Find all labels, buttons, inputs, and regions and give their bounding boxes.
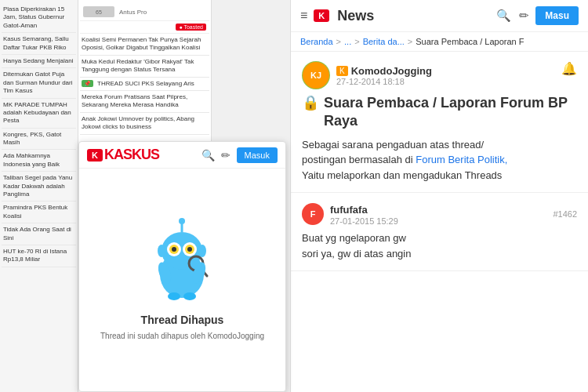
mascot-area: Thread Dihapus Thread ini sudah dihapus … <box>100 218 264 342</box>
original-post: KJ K KomodoJogging 27-12-2014 18:18 🔔 🔒 <box>291 52 588 193</box>
list-item[interactable]: Kongres, PKS, Gatot Masih <box>2 129 76 151</box>
right-panel: ≡ K News 🔍 ✏ Masu Beranda > ... > Berita… <box>290 0 588 392</box>
left-column-1: Plasa Diperkirakan 15 Jam, Status Gubern… <box>0 0 78 392</box>
breadcrumb: Beranda > ... > Berita da... > Suara Pem… <box>291 32 588 52</box>
breadcrumb-dots[interactable]: ... <box>344 37 351 46</box>
list-item[interactable]: MK PARADE TUMPAH adalah Kebudayaan dan P… <box>2 99 76 129</box>
reply-username[interactable]: fufufafa <box>330 204 368 216</box>
svg-point-13 <box>198 245 206 257</box>
post-header: KJ K KomodoJogging 27-12-2014 18:18 🔔 <box>302 61 577 89</box>
overlay-content: Thread Dihapus Thread ini sudah dihapus … <box>79 169 285 391</box>
list-item[interactable]: Tidak Ada Orang Saat di Sini <box>2 223 76 245</box>
breadcrumb-berita[interactable]: Berita da... <box>363 37 405 46</box>
masuk-button[interactable]: Masuk <box>237 147 278 163</box>
reply-user-info: F fufufafa 27-01-2015 15:29 <box>302 202 398 226</box>
user-k-badge: K <box>336 66 348 76</box>
reply-post: F fufufafa 27-01-2015 15:29 #1462 Buat y… <box>291 193 588 271</box>
thread-title: 🔒 Suara Pembaca / Laporan Forum BP Raya <box>302 94 577 131</box>
right-header: ≡ K News 🔍 ✏ Masu <box>291 0 588 32</box>
post-date: 27-12-2014 18:18 <box>336 77 432 86</box>
reply-body: Buat yg ngelaporan gwsori ya, gw di atas… <box>302 230 577 261</box>
svg-point-6 <box>172 247 176 252</box>
bell-icon[interactable]: 🔔 <box>561 61 577 76</box>
thread-content: KJ K KomodoJogging 27-12-2014 18:18 🔔 🔒 <box>291 52 588 392</box>
breadcrumb-current: Suara Pembaca / Laporan F <box>416 37 524 46</box>
username[interactable]: KomodoJogging <box>351 65 432 77</box>
search-icon[interactable]: 🔍 <box>496 9 511 23</box>
list-item[interactable]: Ada Mahkamnya Indonesia yang Baik <box>2 150 76 172</box>
mascot-image <box>143 218 221 304</box>
list-item[interactable]: Koalisi Semi Permanen Tak Punya Sejarah … <box>80 34 209 56</box>
svg-point-16 <box>168 292 180 300</box>
overlay-icons: 🔍 ✏ Masuk <box>201 147 278 163</box>
search-icon[interactable]: 🔍 <box>201 149 215 162</box>
list-item[interactable]: Anak Jokowi Umnover by politics, Abang J… <box>80 113 209 135</box>
list-item[interactable]: Mereka Forum Pratisans Saat Pilpres, Sek… <box>80 91 209 113</box>
list-item[interactable]: Plasa Diperkirakan 15 Jam, Status Gubern… <box>2 3 76 33</box>
list-item[interactable]: Ditemukan Gatot Puja dan Surman Mundur d… <box>2 68 76 98</box>
list-item[interactable]: Kasus Semarang, Sallu Daftar Tukar PKB R… <box>2 33 76 55</box>
svg-point-17 <box>183 292 196 300</box>
list-item[interactable]: HUT ke-70 RI di Istana Rp13,8 Miliar <box>2 245 76 267</box>
reply-header: F fufufafa 27-01-2015 15:29 #1462 <box>302 202 577 226</box>
overlay-title: Thread Dihapus <box>141 314 224 326</box>
header-icons: 🔍 ✏ <box>496 9 529 23</box>
reply-date: 27-01-2015 15:29 <box>330 216 398 226</box>
overlay-subtitle: Thread ini sudah dihapus oleh KomodoJogg… <box>100 331 264 342</box>
svg-point-11 <box>179 218 185 224</box>
list-item[interactable]: Muka Kedul Redaktur 'Gibor Rakyat' Tak T… <box>80 56 209 78</box>
list-item[interactable]: Pramindra PKS Bentuk Koalisi <box>2 201 76 223</box>
svg-point-7 <box>187 247 192 252</box>
page-title: News <box>337 8 490 24</box>
reply-avatar: F <box>302 203 324 225</box>
edit-icon[interactable]: ✏ <box>221 149 230 162</box>
forum-link[interactable]: Forum Berita Politik, <box>416 154 507 165</box>
logo-text: KASKUS <box>104 147 159 163</box>
hamburger-icon[interactable]: ≡ <box>300 9 307 23</box>
overlay-header: K KASKUS 🔍 ✏ Masuk <box>79 142 285 169</box>
reply-number: #1462 <box>553 209 577 219</box>
lock-icon: 🔒 <box>302 94 319 112</box>
avatar: KJ <box>302 61 330 89</box>
user-info: KJ K KomodoJogging 27-12-2014 18:18 <box>302 61 432 89</box>
edit-icon[interactable]: ✏ <box>519 9 529 23</box>
thread-body: Sebagai sarana pengaduan atas thread/pos… <box>302 137 577 183</box>
list-item[interactable]: 📌 THREAD SUCI PKS Selayang Aris <box>80 78 209 91</box>
masuk-button[interactable]: Masu <box>535 6 579 25</box>
breadcrumb-beranda[interactable]: Beranda <box>300 37 333 46</box>
list-item[interactable]: Hanya Sedang Menjalani <box>2 55 76 68</box>
k-badge: K <box>314 9 329 22</box>
svg-point-12 <box>158 245 165 257</box>
list-item[interactable]: Taliban Segel pada Yanu Kadar Dakwah ada… <box>2 172 76 201</box>
kaskus-logo: K KASKUS <box>87 147 159 163</box>
thread-deleted-overlay: K KASKUS 🔍 ✏ Masuk <box>78 141 286 392</box>
